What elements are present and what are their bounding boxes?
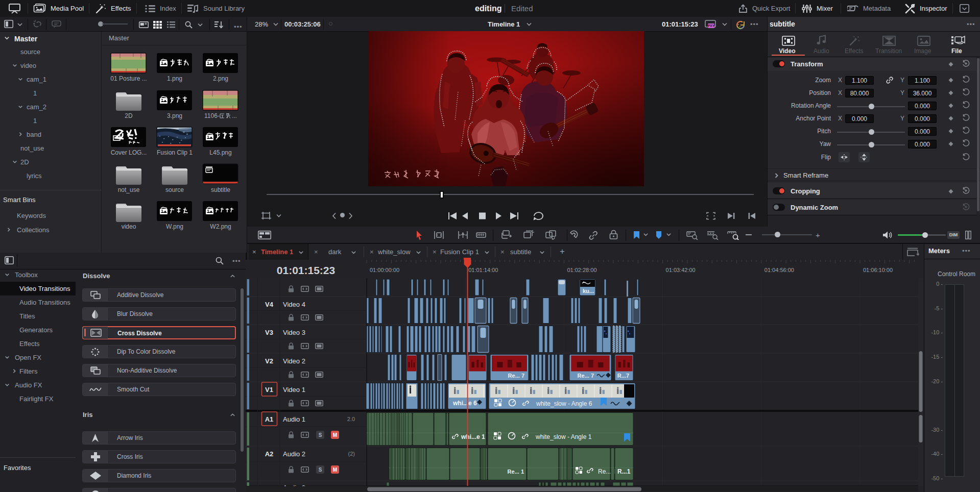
svg-text:Video 3: Video 3: [283, 329, 305, 336]
svg-text:R...1: R...1: [617, 468, 631, 475]
svg-text:01:04:56:00: 01:04:56:00: [764, 267, 794, 273]
svg-text:S: S: [319, 467, 322, 473]
svg-text:Re... 7: Re... 7: [508, 373, 524, 379]
svg-text:(2): (2): [348, 451, 355, 457]
svg-text:Re... 1: Re... 1: [508, 469, 524, 475]
svg-text:Video 1: Video 1: [283, 386, 305, 393]
svg-text:S: S: [319, 432, 322, 438]
svg-text:V2: V2: [265, 357, 273, 365]
svg-text:2.0: 2.0: [347, 416, 355, 422]
svg-text:white_slow - Angle 6: white_slow - Angle 6: [536, 400, 592, 407]
svg-text:whi...e 6: whi...e 6: [452, 400, 477, 407]
svg-text:Audio 2: Audio 2: [283, 450, 305, 458]
svg-text:Audio 1: Audio 1: [283, 415, 305, 423]
svg-text:01:06:10:00: 01:06:10:00: [863, 267, 893, 273]
svg-text:Video 4: Video 4: [283, 301, 305, 308]
svg-text:whi...e 1: whi...e 1: [461, 433, 485, 440]
svg-text:01:00:00:00: 01:00:00:00: [370, 267, 399, 273]
svg-text:01:01:14:00: 01:01:14:00: [468, 267, 498, 273]
svg-text:01:02:28:00: 01:02:28:00: [567, 267, 596, 273]
svg-text:R...7: R...7: [617, 373, 629, 379]
svg-text:ku...: ku...: [583, 288, 594, 294]
svg-text:V1: V1: [265, 386, 273, 393]
svg-text:PXY: PXY: [708, 24, 715, 28]
svg-text:V4: V4: [265, 301, 274, 308]
svg-text:A2: A2: [265, 450, 274, 458]
svg-text:Video 2: Video 2: [283, 357, 305, 365]
svg-text:01:01:15:23: 01:01:15:23: [277, 264, 335, 276]
svg-text:M: M: [333, 467, 337, 473]
svg-text:01:03:42:00: 01:03:42:00: [666, 267, 696, 273]
svg-text:M: M: [333, 432, 337, 438]
svg-text:white_slow - Angle 1: white_slow - Angle 1: [535, 433, 592, 440]
svg-text:Re... 7: Re... 7: [578, 373, 594, 379]
svg-text:V3: V3: [265, 329, 273, 336]
svg-text:A1: A1: [265, 415, 274, 423]
